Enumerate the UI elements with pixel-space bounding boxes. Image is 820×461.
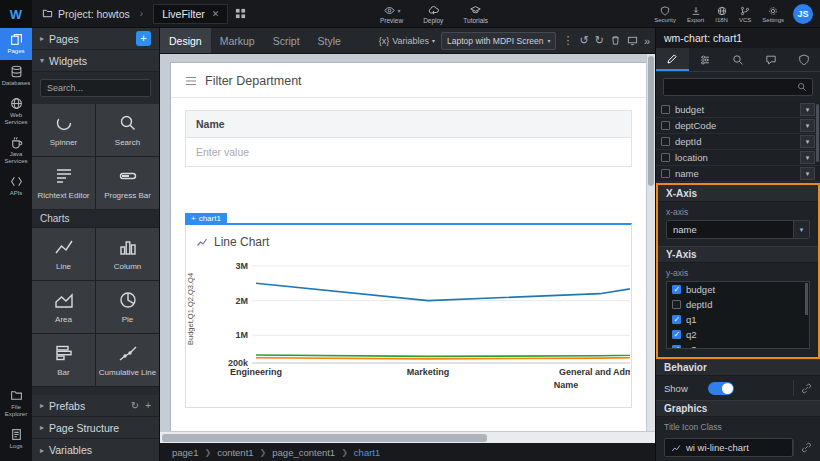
project-label[interactable]: Project: howtos <box>42 8 130 20</box>
y-axis-option-deptid[interactable]: deptId <box>667 297 809 312</box>
widget-search-input[interactable] <box>47 83 144 93</box>
breadcrumb-page-content1[interactable]: page_content1 <box>272 447 335 458</box>
title-icon-class-input[interactable]: wi wi-line-chart <box>664 438 793 457</box>
settings-button[interactable]: Settings <box>762 6 784 23</box>
widget-tile-pie[interactable]: Pie <box>96 281 159 333</box>
selection-chip[interactable]: +chart1 <box>185 213 227 225</box>
section-prefabs[interactable]: ▸ Prefabs ↻+ <box>32 395 159 417</box>
user-avatar[interactable]: JS <box>793 4 813 24</box>
widget-tile-bar[interactable]: Bar <box>32 334 95 386</box>
add-prefab-icon[interactable]: + <box>145 400 151 411</box>
show-toggle[interactable] <box>708 382 734 395</box>
checkbox[interactable] <box>661 105 670 114</box>
field-row-name[interactable]: name▾ <box>656 166 820 182</box>
sidebar-item-logs[interactable]: Logs <box>0 423 32 455</box>
list-scrollbar[interactable] <box>805 283 808 315</box>
y-axis-option-q2[interactable]: q2 <box>667 327 809 342</box>
widget-tile-column[interactable]: Column <box>96 228 159 280</box>
security-button[interactable]: Security <box>654 6 676 23</box>
x-axis-select[interactable]: name ▾ <box>666 220 810 239</box>
graphics-section-header[interactable]: Graphics <box>656 400 820 417</box>
close-tab-icon[interactable]: ✕ <box>212 9 220 19</box>
sidebar-item-java-services[interactable]: Java Services <box>0 131 32 170</box>
tab-design[interactable]: Design <box>160 28 211 54</box>
widget-search[interactable] <box>40 79 151 97</box>
tab-styles[interactable] <box>689 48 722 71</box>
scrollbar-thumb[interactable] <box>648 56 654 186</box>
bind-property-icon[interactable] <box>793 380 812 396</box>
chevron-down-icon[interactable]: ▾ <box>800 135 815 148</box>
list-scrollbar[interactable] <box>816 104 819 162</box>
tab-security[interactable] <box>787 48 820 71</box>
field-row-deptcode[interactable]: deptCode▾ <box>656 118 820 134</box>
field-row-deptid[interactable]: deptId▾ <box>656 134 820 150</box>
tab-properties[interactable] <box>656 48 689 71</box>
sidebar-item-apis[interactable]: APIs <box>0 170 32 202</box>
properties-search-input[interactable] <box>669 82 793 92</box>
tab-markup[interactable]: Markup <box>211 28 264 54</box>
page-tab[interactable]: LiveFilter ✕ <box>153 4 228 24</box>
add-page-button[interactable]: + <box>136 31 151 46</box>
pages-grid-icon[interactable] <box>235 8 246 19</box>
checkbox[interactable] <box>661 137 670 146</box>
preview-button[interactable]: ▾ Preview <box>380 5 403 24</box>
y-axis-option-q3[interactable]: q3 <box>667 342 809 349</box>
checkbox[interactable] <box>661 169 670 178</box>
y-axis-option-q1[interactable]: q1 <box>667 312 809 327</box>
canvas-horizontal-scrollbar[interactable] <box>160 431 655 443</box>
breadcrumb-page1[interactable]: page1 <box>172 447 198 458</box>
widget-tile-search[interactable]: Search <box>96 104 159 156</box>
breadcrumb-content1[interactable]: content1 <box>217 447 253 458</box>
widget-tile-progress-bar[interactable]: Progress Bar <box>96 157 159 209</box>
section-widgets[interactable]: ▾ Widgets <box>32 50 159 72</box>
redo-icon[interactable]: ↻ <box>595 34 604 47</box>
widget-tile-area[interactable]: Area <box>32 281 95 333</box>
section-page-structure[interactable]: ▸ Page Structure <box>32 417 159 439</box>
sidebar-item-web-services[interactable]: Web Services <box>0 92 32 131</box>
undo-icon[interactable]: ↺ <box>579 34 588 47</box>
canvas-vertical-scrollbar[interactable] <box>646 54 655 431</box>
export-button[interactable]: Export <box>687 6 704 23</box>
tutorials-button[interactable]: Tutorials <box>463 5 488 24</box>
chart-widget[interactable]: +chart1 Line Chart Budget,Q1,Q2,Q3,Q4 3M… <box>185 223 632 408</box>
monitor-icon[interactable] <box>627 35 638 46</box>
field-row-location[interactable]: location▾ <box>656 150 820 166</box>
chevron-down-icon[interactable]: ▾ <box>800 151 815 164</box>
collapse-panel-icon[interactable]: » <box>644 35 650 47</box>
checkbox[interactable] <box>672 315 681 324</box>
hamburger-icon[interactable] <box>185 76 197 86</box>
behavior-section-header[interactable]: Behavior <box>656 359 820 376</box>
i18n-button[interactable]: I18N <box>715 6 728 23</box>
tab-style[interactable]: Style <box>309 28 350 54</box>
scrollbar-thumb[interactable] <box>162 434 487 442</box>
checkbox[interactable] <box>672 330 681 339</box>
tab-search[interactable] <box>722 48 755 71</box>
deploy-button[interactable]: Deploy <box>423 5 443 24</box>
breadcrumb-chart1[interactable]: chart1 <box>354 447 380 458</box>
design-canvas[interactable]: Filter Department Name +chart1 Line Char… <box>160 54 655 431</box>
x-axis-section-header[interactable]: X-Axis <box>658 185 818 202</box>
variables-dropdown[interactable]: {x}Variables▾ <box>379 36 435 46</box>
name-filter-input[interactable] <box>186 138 631 166</box>
widget-tile-richtext-editor[interactable]: Richtext Editor <box>32 157 95 209</box>
section-variables[interactable]: ▸ Variables <box>32 439 159 461</box>
sidebar-item-databases[interactable]: Databases <box>0 60 32 92</box>
chevron-down-icon[interactable]: ▾ <box>800 103 815 116</box>
widget-tile-spinner[interactable]: Spinner <box>32 104 95 156</box>
sidebar-item-pages[interactable]: Pages <box>0 28 32 60</box>
y-axis-option-budget[interactable]: budget <box>667 282 809 297</box>
bind-property-icon[interactable] <box>793 440 812 456</box>
checkbox[interactable] <box>672 300 681 309</box>
chevron-down-icon[interactable]: ▾ <box>800 167 815 180</box>
y-axis-section-header[interactable]: Y-Axis <box>658 246 818 263</box>
page-preview[interactable]: Filter Department Name +chart1 Line Char… <box>170 62 647 431</box>
refresh-icon[interactable]: ↻ <box>131 400 139 411</box>
vcs-button[interactable]: VCS <box>739 6 751 23</box>
trash-icon[interactable] <box>610 35 621 46</box>
widget-tile-cumulative-line[interactable]: Cumulative Line <box>96 334 159 386</box>
device-selector[interactable]: Laptop with MDPI Screen▾ <box>441 32 556 50</box>
tab-events[interactable] <box>754 48 787 71</box>
checkbox[interactable] <box>661 153 670 162</box>
panel-header[interactable]: Filter Department <box>171 63 646 98</box>
checkbox[interactable] <box>661 121 670 130</box>
